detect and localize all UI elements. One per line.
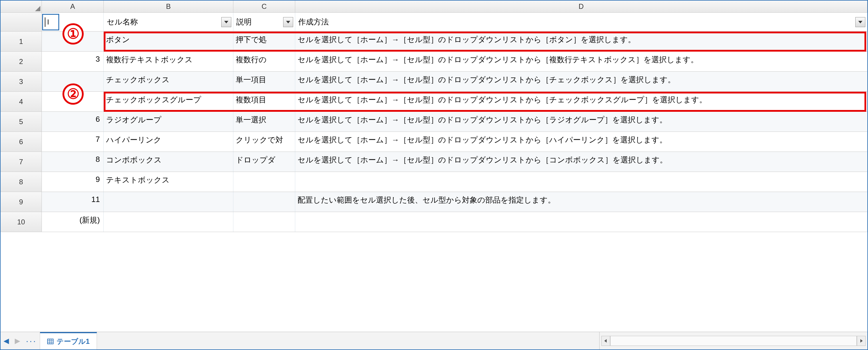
- svg-marker-2: [858, 21, 862, 23]
- cell[interactable]: [42, 71, 104, 91]
- cell[interactable]: [234, 212, 295, 232]
- col-header-C[interactable]: C: [234, 1, 295, 12]
- row-header[interactable]: 2: [1, 52, 42, 71]
- cell[interactable]: チェックボックス: [104, 71, 234, 91]
- col-header-A[interactable]: A: [42, 1, 104, 12]
- filter-label-C: 説明: [235, 17, 282, 27]
- cell[interactable]: [295, 172, 867, 192]
- filter-cell-B[interactable]: セル名称: [104, 13, 234, 31]
- cell[interactable]: [234, 172, 295, 192]
- svg-marker-0: [224, 21, 228, 23]
- scroll-track[interactable]: [610, 336, 857, 346]
- cell[interactable]: 7: [42, 132, 104, 151]
- cell[interactable]: セルを選択して［ホーム］→［セル型］のドロップダウンリストから［ボタン］を選択し…: [295, 32, 867, 51]
- tab-more-button[interactable]: ···: [26, 336, 37, 346]
- select-all-corner[interactable]: [1, 1, 42, 12]
- sheet-tab-label: テーブル1: [57, 337, 90, 346]
- table-row: 8 9 テキストボックス: [1, 172, 867, 192]
- sheet-tab-active[interactable]: テーブル1: [40, 332, 97, 349]
- cell[interactable]: ラジオグループ: [104, 112, 234, 132]
- cell[interactable]: [42, 32, 104, 51]
- table-icon: [47, 338, 54, 345]
- cell[interactable]: 6: [42, 112, 104, 132]
- row-header[interactable]: 3: [1, 71, 42, 91]
- cell[interactable]: セルを選択して［ホーム］→［セル型］のドロップダウンリストから［複数行テキストボ…: [295, 52, 867, 71]
- table-row: 5 6 ラジオグループ 単一選択 セルを選択して［ホーム］→［セル型］のドロップ…: [1, 112, 867, 132]
- sheet-tab-bar: ◀ ▶ ··· テーブル1: [1, 332, 867, 349]
- svg-marker-1: [286, 21, 290, 23]
- row-header[interactable]: 5: [1, 112, 42, 132]
- table-row: 2 3 複数行テキストボックス 複数行の セルを選択して［ホーム］→［セル型］の…: [1, 52, 867, 71]
- row-header[interactable]: 9: [1, 192, 42, 212]
- cell[interactable]: 押下で処: [234, 32, 295, 51]
- table-row: 10 (新規): [1, 212, 867, 232]
- cell[interactable]: 配置したい範囲をセル選択した後、セル型から対象の部品を指定します。: [295, 192, 867, 212]
- tab-nav-group: ◀ ▶ ···: [1, 332, 40, 349]
- cell[interactable]: ハイパーリンク: [104, 132, 234, 151]
- filter-cell-D[interactable]: 作成方法: [295, 13, 867, 31]
- cell[interactable]: [104, 212, 234, 232]
- svg-marker-8: [604, 339, 607, 343]
- cell[interactable]: クリックで対: [234, 132, 295, 151]
- cell[interactable]: 3: [42, 52, 104, 71]
- col-header-D[interactable]: D: [295, 1, 867, 12]
- cell[interactable]: 複数項目: [234, 92, 295, 112]
- row-header[interactable]: 1: [1, 32, 42, 51]
- cell[interactable]: [104, 192, 234, 212]
- text-caret: [45, 18, 45, 27]
- cell[interactable]: 複数行の: [234, 52, 295, 71]
- editor-label: I: [47, 18, 49, 26]
- cell[interactable]: 8: [42, 152, 104, 172]
- cell[interactable]: コンボボックス: [104, 152, 234, 172]
- grid-body: I セル名称 説明 作成方法 1 ボタン 押下で処 セルを選: [1, 13, 867, 232]
- scroll-right-button[interactable]: [857, 336, 866, 346]
- cell[interactable]: ボタン: [104, 32, 234, 51]
- table-row: 1 ボタン 押下で処 セルを選択して［ホーム］→［セル型］のドロップダウンリスト…: [1, 32, 867, 52]
- cell[interactable]: セルを選択して［ホーム］→［セル型］のドロップダウンリストから［チェックボックス…: [295, 71, 867, 91]
- tab-spacer: [97, 332, 599, 349]
- cell[interactable]: 単一項目: [234, 71, 295, 91]
- table-row: 4 チェックボックスグループ 複数項目 セルを選択して［ホーム］→［セル型］のド…: [1, 92, 867, 112]
- active-cell-editor[interactable]: I: [42, 14, 59, 30]
- cell[interactable]: テキストボックス: [104, 172, 234, 192]
- table-row: 6 7 ハイパーリンク クリックで対 セルを選択して［ホーム］→［セル型］のドロ…: [1, 132, 867, 152]
- row-header[interactable]: 7: [1, 152, 42, 172]
- cell[interactable]: 単一選択: [234, 112, 295, 132]
- tab-next-button[interactable]: ▶: [15, 337, 20, 345]
- row-header[interactable]: 4: [1, 92, 42, 112]
- svg-rect-3: [48, 339, 53, 344]
- filter-label-B: セル名称: [105, 17, 220, 27]
- cell[interactable]: [295, 212, 867, 232]
- row-header[interactable]: 6: [1, 132, 42, 151]
- filter-dropdown-B[interactable]: [221, 17, 231, 27]
- filter-label-D: 作成方法: [297, 17, 854, 27]
- cell[interactable]: [42, 92, 104, 112]
- filter-cell-C[interactable]: 説明: [234, 13, 295, 31]
- table-row: 3 チェックボックス 単一項目 セルを選択して［ホーム］→［セル型］のドロップダ…: [1, 71, 867, 92]
- cell[interactable]: セルを選択して［ホーム］→［セル型］のドロップダウンリストから［チェックボックス…: [295, 92, 867, 112]
- col-header-B[interactable]: B: [104, 1, 234, 12]
- table-row: 7 8 コンボボックス ドロップダ セルを選択して［ホーム］→［セル型］のドロッ…: [1, 152, 867, 172]
- cell[interactable]: セルを選択して［ホーム］→［セル型］のドロップダウンリストから［コンボボックス］…: [295, 152, 867, 172]
- cell[interactable]: 複数行テキストボックス: [104, 52, 234, 71]
- cell[interactable]: チェックボックスグループ: [104, 92, 234, 112]
- table-row: 9 11 配置したい範囲をセル選択した後、セル型から対象の部品を指定します。: [1, 192, 867, 212]
- row-header[interactable]: 10: [1, 212, 42, 232]
- cell[interactable]: 11: [42, 192, 104, 212]
- cell[interactable]: セルを選択して［ホーム］→［セル型］のドロップダウンリストから［ハイパーリンク］…: [295, 132, 867, 151]
- filter-dropdown-C[interactable]: [283, 17, 293, 27]
- cell[interactable]: セルを選択して［ホーム］→［セル型］のドロップダウンリストから［ラジオグループ］…: [295, 112, 867, 132]
- cell[interactable]: [234, 192, 295, 212]
- tab-prev-button[interactable]: ◀: [3, 337, 9, 345]
- svg-marker-9: [860, 339, 863, 343]
- row-header[interactable]: 8: [1, 172, 42, 192]
- scroll-left-button[interactable]: [601, 336, 610, 346]
- table-filter-row: セル名称 説明 作成方法: [1, 13, 867, 32]
- cell[interactable]: 9: [42, 172, 104, 192]
- column-header-row: A B C D: [1, 1, 867, 13]
- cell[interactable]: ドロップダ: [234, 152, 295, 172]
- row-header-filter[interactable]: [1, 13, 42, 31]
- horizontal-scrollbar[interactable]: [599, 332, 867, 349]
- cell[interactable]: (新規): [42, 212, 104, 232]
- filter-dropdown-D[interactable]: [855, 17, 865, 27]
